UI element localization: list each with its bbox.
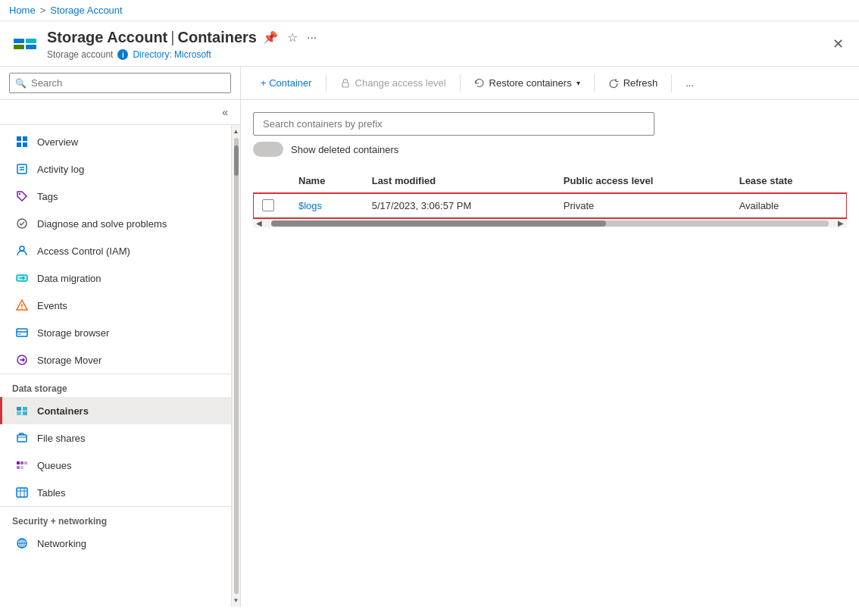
sidebar-item-label: Tables xyxy=(37,487,66,499)
svg-rect-38 xyxy=(342,83,348,87)
col-last-modified[interactable]: Last modified xyxy=(363,169,554,193)
sidebar-item-containers[interactable]: Containers xyxy=(0,397,231,424)
row-lease-cell: Available xyxy=(730,193,847,218)
info-badge[interactable]: i xyxy=(117,49,128,60)
lock-icon xyxy=(340,78,351,89)
svg-rect-2 xyxy=(17,142,21,147)
scroll-down-arrow[interactable]: ▼ xyxy=(232,596,240,605)
sidebar-scrollbar[interactable]: ▲ ▼ xyxy=(231,125,240,607)
sidebar-item-activity-log[interactable]: Activity log xyxy=(0,155,231,183)
change-access-button[interactable]: Change access level xyxy=(333,73,454,93)
more-toolbar-button[interactable]: ... xyxy=(678,73,701,93)
sidebar-item-storage-browser[interactable]: Storage browser xyxy=(0,319,231,346)
sidebar-item-overview[interactable]: Overview xyxy=(0,128,231,155)
sidebar-item-label: Data migration xyxy=(37,273,102,284)
row-modified-cell: 5/17/2023, 3:06:57 PM xyxy=(363,193,554,218)
sidebar-item-tables[interactable]: Tables xyxy=(0,479,231,506)
queues-icon xyxy=(14,458,30,473)
sidebar-item-file-shares[interactable]: File shares xyxy=(0,424,231,452)
sidebar-item-iam[interactable]: Access Control (IAM) xyxy=(0,237,231,264)
horizontal-scrollbar[interactable]: ◀ ▶ xyxy=(253,218,847,227)
sidebar-item-queues[interactable]: Queues xyxy=(0,452,231,479)
content-toolbar: + Container Change access level Restore … xyxy=(241,67,859,100)
svg-rect-22 xyxy=(17,411,21,415)
refresh-button[interactable]: Refresh xyxy=(601,73,666,93)
iam-icon xyxy=(14,243,30,258)
row-checkbox[interactable] xyxy=(262,199,274,211)
sidebar-item-data-migration[interactable]: Data migration xyxy=(0,264,231,292)
more-header-button[interactable]: ··· xyxy=(304,28,320,48)
toggle-label: Show deleted containers xyxy=(291,144,398,155)
page-header: Storage Account | Containers 📌 ☆ ··· Sto… xyxy=(0,21,859,67)
collapse-button[interactable]: « xyxy=(216,103,234,121)
overview-icon xyxy=(14,134,30,149)
sidebar-item-storage-mover[interactable]: Storage Mover xyxy=(0,346,231,374)
svg-rect-25 xyxy=(17,461,20,464)
pin-button[interactable]: 📌 xyxy=(260,27,281,48)
main-layout: 🔍 « Overview xyxy=(0,67,859,607)
breadcrumb: Home > Storage Account xyxy=(9,5,123,16)
browser-icon xyxy=(14,325,30,340)
sidebar-search-area: 🔍 xyxy=(0,67,240,100)
search-input[interactable] xyxy=(9,73,231,93)
breadcrumb-current[interactable]: Storage Account xyxy=(50,5,122,16)
toggle-row: Show deleted containers xyxy=(253,142,847,157)
sidebar-item-label: Queues xyxy=(37,460,72,471)
close-button[interactable]: ✕ xyxy=(829,33,847,55)
restore-icon xyxy=(474,78,485,89)
col-lease-state[interactable]: Lease state xyxy=(730,169,847,193)
networking-icon xyxy=(14,536,30,551)
header-text: Storage Account | Containers 📌 ☆ ··· Sto… xyxy=(47,27,320,60)
svg-rect-20 xyxy=(17,407,21,411)
restore-chevron: ▾ xyxy=(576,79,580,87)
container-search-input[interactable] xyxy=(253,112,654,136)
sidebar-item-label: Storage Mover xyxy=(37,355,102,366)
sidebar: 🔍 « Overview xyxy=(0,67,241,607)
toolbar-separator-2 xyxy=(460,74,461,92)
sidebar-item-label: Networking xyxy=(37,538,86,549)
change-access-label: Change access level xyxy=(355,77,446,89)
sidebar-item-label: Containers xyxy=(37,405,89,417)
header-page: Containers xyxy=(177,29,256,46)
svg-rect-27 xyxy=(24,461,27,464)
sidebar-item-events[interactable]: Events xyxy=(0,292,231,319)
breadcrumb-home[interactable]: Home xyxy=(9,5,36,16)
col-name[interactable]: Name xyxy=(289,169,363,193)
mover-icon xyxy=(14,352,30,367)
sidebar-item-label: Tags xyxy=(37,191,58,202)
svg-rect-30 xyxy=(17,488,27,497)
svg-rect-4 xyxy=(17,164,27,174)
svg-rect-28 xyxy=(17,466,20,469)
close-area: ✕ xyxy=(829,33,847,55)
favorite-button[interactable]: ☆ xyxy=(284,27,301,48)
col-checkbox xyxy=(253,169,289,193)
tables-icon xyxy=(14,485,30,500)
row-name-cell[interactable]: $logs xyxy=(289,193,363,218)
containers-table-container: Name Last modified Public access level L… xyxy=(253,169,847,227)
scroll-right-arrow[interactable]: ▶ xyxy=(835,219,847,227)
sidebar-item-networking[interactable]: Networking xyxy=(0,530,231,557)
refresh-label: Refresh xyxy=(623,77,658,89)
storage-account-icon xyxy=(12,30,39,58)
sidebar-item-tags[interactable]: Tags xyxy=(0,183,231,210)
scroll-track xyxy=(234,138,239,594)
containers-icon xyxy=(14,403,30,418)
directory-label: Directory: Microsoft xyxy=(133,49,211,60)
breadcrumb-separator: > xyxy=(40,5,46,16)
sidebar-item-label: File shares xyxy=(37,433,86,444)
sidebar-item-label: Storage browser xyxy=(37,327,109,339)
restore-button[interactable]: Restore containers ▾ xyxy=(467,73,588,93)
show-deleted-toggle[interactable] xyxy=(253,142,283,157)
scroll-left-arrow[interactable]: ◀ xyxy=(253,219,265,227)
svg-rect-16 xyxy=(17,329,27,336)
refresh-icon xyxy=(608,78,619,89)
table-row[interactable]: $logs 5/17/2023, 3:06:57 PM Private Avai… xyxy=(253,193,847,218)
add-container-button[interactable]: + Container xyxy=(253,73,320,93)
col-access-level[interactable]: Public access level xyxy=(554,169,730,193)
sidebar-item-diagnose[interactable]: Diagnose and solve problems xyxy=(0,210,231,237)
scroll-up-arrow[interactable]: ▲ xyxy=(232,127,240,136)
scrollbar-track xyxy=(271,220,829,227)
diagnose-icon xyxy=(14,216,30,231)
tags-icon xyxy=(14,189,30,204)
svg-rect-3 xyxy=(23,142,27,147)
